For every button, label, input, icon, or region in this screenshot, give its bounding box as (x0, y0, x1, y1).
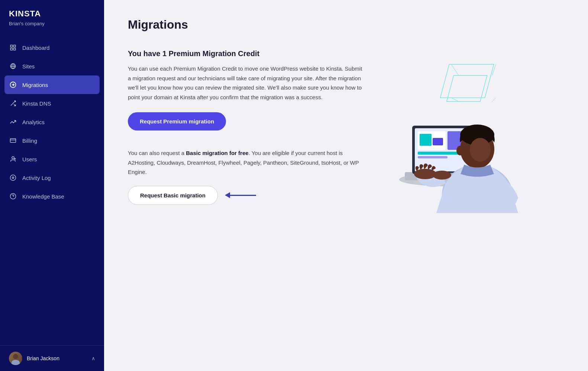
billing-icon (9, 136, 17, 145)
sidebar-item-label: Dashboard (22, 45, 49, 51)
sidebar-item-label: Migrations (22, 82, 48, 88)
svg-rect-35 (433, 138, 443, 145)
svg-rect-33 (418, 156, 448, 158)
analytics-icon (9, 118, 17, 126)
svg-point-41 (470, 138, 491, 162)
illustration (381, 49, 522, 213)
main-content: Migrations You have 1 Premium Migration … (104, 0, 588, 371)
sidebar-item-billing[interactable]: Billing (0, 131, 104, 150)
svg-rect-2 (10, 48, 12, 50)
svg-line-23 (492, 64, 496, 75)
kinsta-logo: KINSTA (9, 9, 95, 19)
sidebar-item-activity-log[interactable]: Activity Log (0, 168, 104, 187)
svg-line-22 (451, 64, 459, 75)
page-title: Migrations (128, 18, 564, 32)
svg-point-16 (10, 175, 16, 181)
sidebar-footer[interactable]: Brian Jackson ∧ (0, 345, 104, 371)
arrow-indicator (225, 192, 256, 198)
request-basic-migration-button[interactable]: Request Basic migration (128, 186, 218, 205)
kinsta-dns-icon (9, 99, 17, 107)
premium-section: You have 1 Premium Migration Credit You … (128, 49, 366, 130)
sidebar-item-label: Users (22, 156, 37, 162)
sidebar-item-users[interactable]: Users (0, 150, 104, 168)
dashboard-icon (9, 43, 17, 52)
premium-section-heading: You have 1 Premium Migration Credit (128, 49, 366, 58)
svg-rect-1 (14, 45, 16, 47)
svg-line-24 (451, 98, 459, 101)
sidebar-item-sites[interactable]: Sites (0, 57, 104, 75)
svg-line-25 (492, 98, 496, 101)
sidebar-item-label: Activity Log (22, 175, 51, 181)
sidebar-item-knowledge-base[interactable]: Knowledge Base (0, 187, 104, 206)
sidebar-item-analytics[interactable]: Analytics (0, 113, 104, 131)
svg-point-13 (12, 157, 14, 159)
content-right (381, 49, 522, 213)
svg-rect-0 (10, 45, 12, 47)
svg-rect-34 (420, 134, 432, 146)
basic-button-wrapper: Request Basic migration (128, 186, 366, 205)
sites-icon (9, 62, 17, 70)
sidebar-header: KINSTA Brian's company (0, 0, 104, 32)
sidebar-item-label: Sites (22, 63, 35, 70)
sidebar-item-label: Billing (22, 138, 37, 144)
content-wrapper: You have 1 Premium Migration Credit You … (128, 49, 564, 213)
basic-desc-bold: Basic migration for free (186, 150, 248, 156)
sidebar-nav: Dashboard Sites Migrations Kinsta DNS An (0, 32, 104, 345)
sidebar-item-label: Analytics (22, 119, 45, 125)
arrow-line (230, 195, 256, 196)
avatar (9, 352, 22, 365)
sidebar-item-kinsta-dns[interactable]: Kinsta DNS (0, 94, 104, 113)
basic-section-description: You can also request a Basic migration f… (128, 148, 366, 177)
sidebar: KINSTA Brian's company Dashboard Sites M… (0, 0, 104, 371)
arrow-head (225, 192, 230, 198)
content-left: You have 1 Premium Migration Credit You … (128, 49, 366, 205)
svg-point-42 (456, 146, 464, 155)
chevron-up-icon: ∧ (91, 355, 95, 361)
knowledge-base-icon (9, 192, 17, 200)
svg-point-17 (12, 177, 14, 179)
activity-log-icon (9, 174, 17, 182)
sidebar-item-label: Knowledge Base (22, 193, 64, 200)
user-name: Brian Jackson (27, 355, 59, 361)
user-info: Brian Jackson (9, 352, 59, 365)
request-premium-migration-button[interactable]: Request Premium migration (128, 112, 226, 130)
sidebar-item-dashboard[interactable]: Dashboard (0, 38, 104, 57)
sidebar-item-migrations[interactable]: Migrations (4, 75, 100, 94)
svg-point-44 (433, 171, 451, 180)
premium-section-description: You can use each Premium Migration Credi… (128, 64, 366, 102)
company-name: Brian's company (9, 21, 95, 26)
users-icon (9, 155, 17, 163)
svg-rect-3 (14, 48, 16, 50)
basic-section: You can also request a Basic migration f… (128, 148, 366, 205)
migrations-icon (9, 81, 17, 89)
sidebar-item-label: Kinsta DNS (22, 100, 51, 107)
svg-rect-11 (10, 139, 16, 143)
